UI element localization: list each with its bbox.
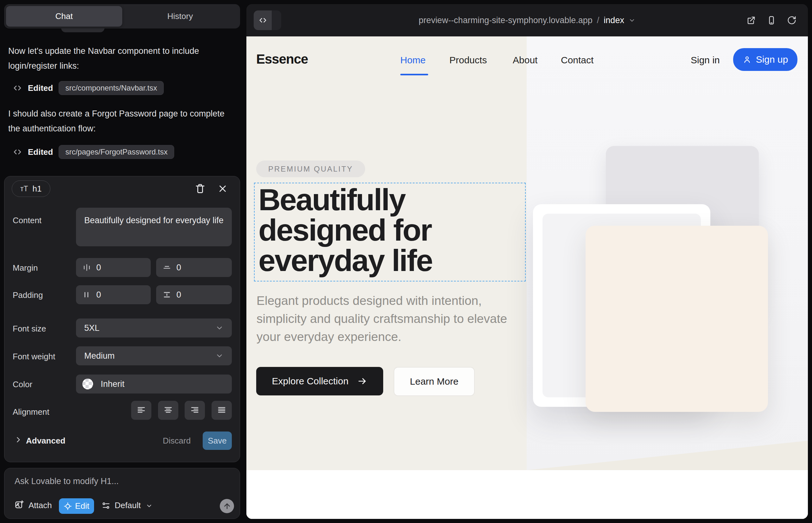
content-label: Content [13,216,41,226]
attach-icon[interactable] [15,500,24,509]
content-input[interactable]: Beautifully designed for everyday life [76,208,232,246]
refresh-icon[interactable] [787,16,796,25]
default-mode-button[interactable]: Default [114,501,141,510]
url-host: preview--charming-site-symphony.lovable.… [419,16,593,25]
chevron-right-icon[interactable] [14,435,23,444]
tab-chat[interactable]: Chat [6,6,122,26]
preview-page: Essence Home Products About Contact Sign… [246,36,808,519]
selection-outline[interactable]: Beautifully designed for everyday life [254,183,526,282]
user-icon [743,55,752,64]
element-editor-panel: тT h1 Content Beautifully designed for e… [4,176,240,462]
code-view-toggle[interactable] [254,11,281,30]
padding-label: Padding [13,290,43,300]
element-tag-label: h1 [33,184,42,194]
explore-collection-button[interactable]: Explore Collection [256,367,383,395]
padding-x-input[interactable]: 0 [76,285,151,304]
padding-x-icon [82,290,91,299]
chevron-down-icon [215,352,224,360]
toggle-track [272,11,281,30]
mobile-view-icon[interactable] [767,16,776,25]
sliders-icon[interactable] [102,501,110,510]
site-logo[interactable]: Essence [256,52,308,67]
nav-link-home[interactable]: Home [400,55,426,66]
font-size-label: Font size [13,324,46,334]
type-icon: тT [20,184,28,193]
chevron-down-icon [215,324,224,332]
attach-button[interactable]: Attach [29,501,52,510]
font-size-value: 5XL [84,323,215,333]
edited-file-row[interactable]: Edited src/pages/ForgotPassword.tsx [13,145,174,159]
padding-x-value: 0 [96,290,101,300]
align-justify-button[interactable] [212,401,232,420]
send-button[interactable] [220,499,234,513]
font-weight-value: Medium [84,351,215,361]
hero-heading[interactable]: Beautifully designed for everyday life [259,184,526,276]
margin-y-icon [162,263,171,272]
sign-up-label: Sign up [756,54,788,65]
nav-active-underline [400,74,428,75]
next-section-background [246,470,808,519]
code-icon [13,83,22,93]
margin-y-value: 0 [176,263,181,273]
file-pill[interactable]: src/components/Navbar.tsx [58,81,163,95]
margin-label: Margin [13,263,38,273]
color-swatch [82,379,93,390]
decor-card-cream [586,226,768,412]
nav-link-contact[interactable]: Contact [561,55,594,66]
align-center-button[interactable] [158,401,178,420]
url-page: index [604,16,624,25]
sign-up-button[interactable]: Sign up [733,48,797,71]
chat-message: Now let's update the Navbar component to… [8,44,234,73]
prompt-box: Ask Lovable to modify H1... Attach Edit … [4,468,240,519]
align-right-button[interactable] [184,401,205,420]
advanced-toggle[interactable]: Advanced [26,436,65,446]
arrow-right-icon [357,376,367,386]
learn-more-button[interactable]: Learn More [394,367,475,396]
premium-quality-badge: PREMIUM QUALITY [256,161,365,177]
padding-y-icon [162,290,171,299]
margin-x-input[interactable]: 0 [76,258,151,277]
edited-label: Edited [28,147,53,157]
tab-history[interactable]: History [122,6,239,26]
save-button[interactable]: Save [203,432,232,450]
font-weight-label: Font weight [13,352,55,362]
margin-x-value: 0 [96,263,101,273]
padding-y-input[interactable]: 0 [156,285,232,304]
color-label: Color [13,380,32,390]
font-size-select[interactable]: 5XL [76,319,232,338]
edit-mode-button[interactable]: Edit [59,498,94,514]
padding-y-value: 0 [176,290,181,300]
alignment-label: Alignment [13,407,49,417]
chat-message: I should also create a Forgot Password p… [8,106,234,136]
url-separator: / [597,16,600,25]
open-external-icon[interactable] [746,16,756,25]
nav-link-products[interactable]: Products [449,55,487,66]
app-root: Chat History Now let's update the Navbar… [0,0,812,523]
edited-file-row[interactable]: Edited src/components/Navbar.tsx [13,81,164,95]
browser-bar: preview--charming-site-symphony.lovable.… [246,4,808,36]
nav-link-about[interactable]: About [513,55,537,66]
sign-in-link[interactable]: Sign in [691,55,720,66]
code-icon [254,11,272,30]
selected-element-tag[interactable]: тT h1 [12,180,50,197]
url-bar[interactable]: preview--charming-site-symphony.lovable.… [419,16,636,25]
edit-label: Edit [75,501,89,511]
chevron-down-icon[interactable] [629,17,636,24]
chat-history-tabbar: Chat History [4,4,240,29]
browser-actions [746,16,796,25]
close-icon[interactable] [217,183,228,194]
trash-icon[interactable] [194,183,206,194]
margin-x-icon [82,263,91,272]
discard-button[interactable]: Discard [163,436,191,446]
color-input[interactable]: Inherit [76,375,232,394]
file-pill[interactable]: src/pages/ForgotPassword.tsx [58,145,174,159]
code-icon [13,147,22,157]
color-value: Inherit [101,379,124,389]
preview-frame: preview--charming-site-symphony.lovable.… [246,4,808,519]
prompt-input[interactable]: Ask Lovable to modify H1... [15,476,119,486]
font-weight-select[interactable]: Medium [76,346,232,365]
align-left-button[interactable] [131,401,152,420]
edited-label: Edited [28,83,53,93]
chevron-down-icon[interactable] [146,502,153,509]
margin-y-input[interactable]: 0 [156,258,232,277]
